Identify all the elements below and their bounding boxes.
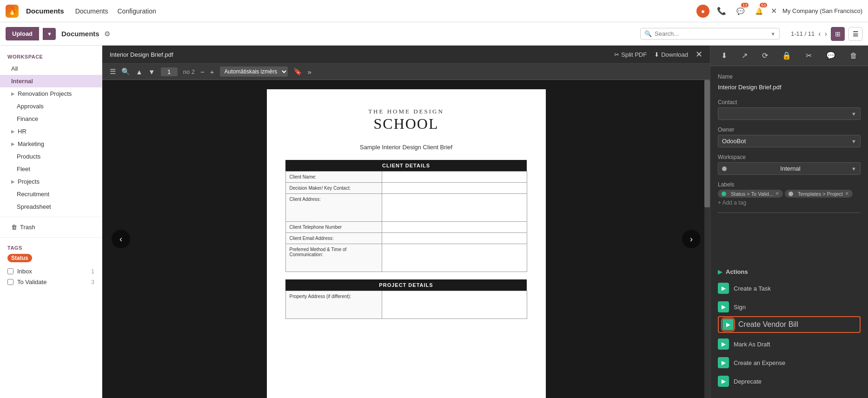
zoom-in-button[interactable]: + [210, 68, 214, 76]
status-tag[interactable]: Status [7, 254, 32, 262]
to-validate-checkbox[interactable] [7, 279, 13, 285]
school-name-big: SCHOOL [285, 115, 527, 133]
split-pdf-button[interactable]: ✂ Split PDF [614, 51, 647, 58]
upload-button[interactable]: Upload [6, 27, 39, 40]
label-tag-2-remove[interactable]: ✕ [845, 191, 849, 197]
comment-tool-icon[interactable]: 💬 [822, 49, 839, 62]
sidebar-item-spreadsheet[interactable]: Spreadsheet [0, 200, 102, 213]
sidebar-item-recruitment[interactable]: Recruitment [0, 188, 102, 200]
chat-icon[interactable]: 💬 13 [734, 5, 747, 18]
workspace-label: Workspace [7, 54, 43, 60]
client-address-label: Client Address: [285, 194, 382, 222]
list-view-button[interactable]: ☰ [848, 27, 862, 41]
contact-value[interactable]: ​ ▼ [718, 107, 861, 120]
lock-tool-icon[interactable]: 🔒 [778, 49, 795, 62]
expand-icon[interactable]: » [308, 68, 311, 76]
notification-icon[interactable]: 🔔 53 [752, 5, 765, 18]
zoom-out-button[interactable]: − [200, 68, 205, 76]
create-vendor-bill-label: Create Vendor Bill [738, 320, 798, 329]
inbox-checkbox[interactable] [7, 268, 13, 274]
sidebar-item-finance[interactable]: Finance [0, 113, 102, 125]
settings-icon[interactable]: ⚙ [104, 30, 110, 38]
download-button[interactable]: ⬇ Download [654, 51, 688, 58]
deprecate-button[interactable]: ▶ Deprecate [718, 372, 861, 391]
hr-caret-icon: ▶ [11, 129, 15, 134]
table-row: Decision Maker/ Key Contact: [285, 183, 527, 194]
pdf-close-button[interactable]: ✕ [696, 49, 702, 60]
create-expense-button[interactable]: ▶ Create an Expense [718, 353, 861, 372]
sidebar-item-fleet[interactable]: Fleet [0, 163, 102, 175]
trash-tool-icon[interactable]: 🗑 [846, 50, 861, 62]
owner-value[interactable]: OdooBot ▼ [718, 135, 861, 147]
sidebar-item-all[interactable]: All [0, 62, 102, 75]
panel-divider [718, 212, 861, 213]
upload-dropdown-button[interactable]: ▼ [43, 28, 56, 40]
client-address-value [382, 194, 527, 222]
page-up-button[interactable]: ▲ [136, 68, 143, 76]
all-label: All [11, 65, 18, 72]
sidebar-item-internal[interactable]: Internal [0, 75, 102, 87]
label-tag-1[interactable]: Status > To Valid... ✕ [718, 190, 783, 198]
contact-dropdown-arrow: ▼ [851, 111, 856, 117]
sidebar-item-hr[interactable]: ▶ HR [0, 125, 102, 138]
actions-header: ▶ Actions [718, 265, 861, 279]
client-telephone-value [382, 222, 527, 233]
sidebar-inbox[interactable]: Inbox 1 [0, 266, 102, 277]
bookmark-icon[interactable]: 🔖 [293, 67, 302, 76]
table-row: Property Address (if different): [285, 291, 527, 319]
page-down-button[interactable]: ▼ [148, 68, 155, 76]
create-vendor-bill-button[interactable]: ▶ Create Vendor Bill [718, 316, 861, 333]
client-email-label: Client Email Address: [285, 233, 382, 244]
add-tag-button[interactable]: + Add a tag [718, 199, 746, 206]
mark-as-draft-button[interactable]: ▶ Mark As Draft [718, 335, 861, 353]
zoom-select[interactable]: Automātiskais izmērs [220, 66, 288, 77]
pdf-scrollbar[interactable] [704, 80, 710, 398]
search-input[interactable] [655, 30, 768, 37]
status-indicator: ● [696, 5, 709, 18]
zoom-in-icon[interactable]: 🔍 [121, 67, 130, 76]
create-task-icon: ▶ [718, 283, 729, 294]
top-navigation: 🔥 Documents Documents Configuration ● 📞 … [0, 0, 868, 22]
workspace-dot [722, 166, 727, 171]
workspace-value[interactable]: Internal ▼ [718, 162, 861, 175]
phone-icon[interactable]: 📞 [715, 5, 728, 18]
download-tool-icon[interactable]: ⬇ [717, 49, 731, 62]
sidebar-item-marketing[interactable]: ▶ Marketing [0, 138, 102, 150]
page-count: 1-11 / 11 [791, 30, 815, 37]
grid-view-button[interactable]: ⊞ [831, 27, 845, 41]
pdf-scrollbar-thumb [704, 80, 710, 207]
menu-configuration[interactable]: Configuration [118, 7, 156, 15]
sidebar-to-validate[interactable]: To Validate 3 [0, 277, 102, 287]
create-task-button[interactable]: ▶ Create a Task [718, 279, 861, 298]
next-page-button[interactable]: › [825, 30, 827, 38]
label-tag-1-remove[interactable]: ✕ [775, 191, 779, 197]
close-icon[interactable]: ✕ [771, 7, 777, 15]
right-panel: ⬇ ↗ ⟳ 🔒 ✂ 💬 🗑 Name Interior Design Brief… [710, 46, 868, 398]
fleet-label: Fleet [17, 166, 30, 172]
prev-page-button[interactable]: ‹ [818, 30, 821, 38]
decision-maker-value [382, 183, 527, 194]
sidebar-item-renovation[interactable]: ▶ Renovation Projects [0, 87, 102, 100]
contact-field: Contact ​ ▼ [718, 99, 861, 120]
actions-section: ▶ Actions ▶ Create a Task ▶ Sign ▶ Creat… [710, 265, 868, 398]
pdf-body: ‹ THE HOME DESIGN SCHOOL Sample Interior… [102, 80, 710, 398]
sidebar-item-trash[interactable]: 🗑 Trash [0, 221, 102, 233]
sidebar-toggle-button[interactable]: ☰ [110, 67, 116, 76]
label-tag-2[interactable]: Templates > Project ✕ [785, 190, 853, 198]
label-dot-2 [788, 192, 793, 196]
sidebar-item-projects[interactable]: ▶ Projects [0, 175, 102, 188]
create-vendor-bill-wrap: ▶ Create Vendor Bill [718, 316, 861, 333]
page-number-input[interactable]: 1 [161, 67, 178, 76]
refresh-tool-icon[interactable]: ⟳ [758, 49, 772, 62]
trash-label: Trash [20, 224, 35, 231]
sidebar-item-products[interactable]: Products [0, 150, 102, 163]
sign-button[interactable]: ▶ Sign [718, 298, 861, 316]
search-dropdown-arrow[interactable]: ▼ [770, 31, 775, 37]
menu-documents[interactable]: Documents [75, 7, 108, 15]
pdf-prev-button[interactable]: ‹ [112, 230, 130, 248]
pdf-next-button[interactable]: › [682, 230, 701, 248]
search-bar[interactable]: 🔍 ▼ [640, 28, 780, 40]
share-tool-icon[interactable]: ↗ [738, 49, 751, 62]
sidebar-item-approvals[interactable]: Approvals [0, 100, 102, 113]
scissors-tool-icon[interactable]: ✂ [802, 49, 815, 62]
